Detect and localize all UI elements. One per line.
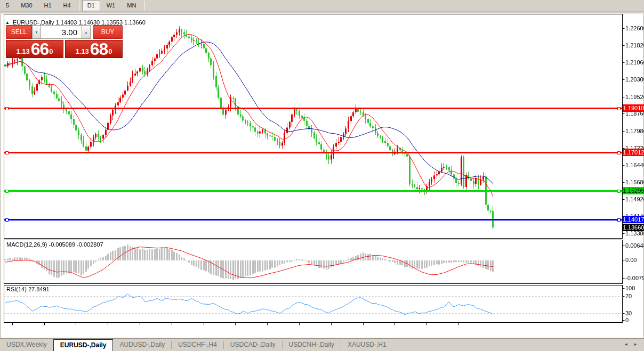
mt4-window: 5M30H1H4D1W1MN ▲ EURUSD-,Daily 1.14403 1… (0, 0, 644, 351)
sell-price-pips: 66 (31, 41, 49, 57)
price-axis-label: 1.14920 (625, 196, 644, 202)
buy-price-panel[interactable]: 1.13 68 0 (65, 40, 123, 58)
macd-indicator-label: MACD(12,26,9) -0.005089 -0.002807 (6, 241, 103, 248)
rsi-axis-label: 0 (625, 317, 629, 323)
timeframe-button-h1[interactable]: H1 (39, 0, 57, 11)
buy-price-pips: 68 (90, 41, 108, 57)
sell-price-panel[interactable]: 1.13 66 0 (6, 40, 63, 58)
price-chart-canvas[interactable] (1, 13, 643, 338)
price-axis-label: 1.19520 (625, 94, 644, 100)
price-level-tag: 1.14017 (623, 216, 644, 223)
price-axis-label: 1.21060 (625, 59, 644, 66)
sell-price-prefix: 1.13 (16, 46, 29, 57)
chart-tab-xauusd-h1[interactable]: XAUUSD-,H1 (341, 339, 393, 350)
price-axis-label: 1.13380 (625, 230, 644, 236)
macd-axis-label: 0.00 (625, 257, 637, 263)
price-axis-label: 1.16440 (625, 162, 644, 168)
volume-input[interactable]: 3.00 (41, 25, 82, 39)
buy-button[interactable]: BUY (93, 25, 123, 39)
price-axis-label: 1.20300 (625, 76, 644, 83)
macd-axis-label: 0.006485 (625, 242, 644, 249)
timeframe-button-h4[interactable]: H4 (58, 0, 76, 11)
rsi-axis-label: 100 (625, 285, 635, 291)
timeframe-button-w1[interactable]: W1 (101, 0, 121, 11)
price-level-tag: 1.19010 (623, 104, 644, 112)
tab-nav: ◄► (624, 339, 644, 347)
toolbar-separator (144, 1, 144, 11)
timeframe-button-mn[interactable]: MN (122, 0, 141, 11)
price-axis-label: 1.21820 (625, 42, 644, 48)
collapse-triangle-icon[interactable]: ▲ (5, 20, 10, 25)
rsi-indicator-label: RSI(14) 27.8491 (6, 286, 50, 292)
timeframe-button-5[interactable]: 5 (1, 0, 14, 11)
timeframe-toolbar: 5M30H1H4D1W1MN (0, 0, 644, 12)
chart-client-area: ▲ EURUSD-,Daily 1.14403 1.14630 1.13553 … (1, 13, 643, 338)
timeframe-button-d1[interactable]: D1 (82, 0, 100, 11)
sell-price-point: 0 (49, 40, 53, 63)
chart-tab-usdchf-h4[interactable]: USDCHF-,H4 (172, 339, 223, 350)
tab-scroll-left-icon[interactable]: ◄ (624, 342, 628, 347)
buy-price-prefix: 1.13 (75, 46, 88, 57)
chart-tab-bar: USDX,WeeklyEURUSD-,DailyAUDUSD-,DailyUSD… (0, 338, 644, 351)
one-click-trading-widget: SELL ▼ 3.00 ▲ BUY 1.13 66 0 1.13 68 0 (6, 25, 123, 58)
price-axis-label: 1.17980 (625, 128, 644, 134)
chart-tab-usdx-weekly[interactable]: USDX,Weekly (0, 339, 53, 350)
chart-tab-usdcnh-daily[interactable]: USDCNH-,Daily (283, 339, 341, 350)
price-axis-label: 1.15680 (625, 179, 644, 185)
chart-tab-eurusd-daily[interactable]: EURUSD-,Daily (53, 339, 114, 351)
price-level-tag: 1.15299 (623, 187, 644, 194)
toolbar-separator (79, 1, 79, 11)
price-level-tag: 1.17012 (623, 149, 644, 156)
volume-decrease-button[interactable]: ▼ (32, 25, 41, 39)
macd-axis-label: -0.007947 (625, 275, 644, 281)
price-axis-label: 1.22600 (625, 25, 644, 31)
sell-button[interactable]: SELL (6, 25, 32, 39)
rsi-axis-label: 70 (625, 293, 632, 299)
rsi-axis-label: 30 (625, 310, 632, 316)
timeframe-button-m30[interactable]: M30 (15, 0, 37, 11)
price-level-tag: 1.13660 (623, 224, 644, 231)
chart-tab-usdcad-daily[interactable]: USDCAD-,Daily (224, 339, 282, 350)
volume-increase-button[interactable]: ▲ (82, 25, 91, 39)
tab-scroll-right-icon[interactable]: ► (633, 342, 638, 347)
chart-tab-audusd-daily[interactable]: AUDUSD-,Daily (113, 339, 171, 350)
buy-price-point: 0 (108, 40, 112, 63)
